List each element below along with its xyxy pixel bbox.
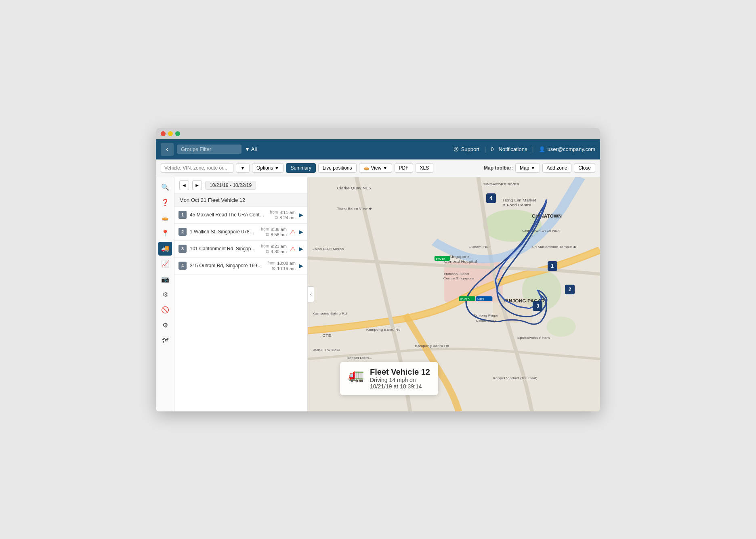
sidebar-item-map-pin[interactable]: 📍: [158, 227, 172, 240]
sidebar-item-block[interactable]: 🚫: [158, 303, 172, 317]
browser-dot-green: [175, 131, 180, 136]
sidebar-item-analytics[interactable]: 🥧: [158, 211, 172, 225]
user-menu[interactable]: 👤 user@company.com: [539, 146, 595, 152]
date-prev-button[interactable]: ◄: [179, 180, 189, 190]
groups-filter-input[interactable]: [177, 145, 242, 154]
trip-number: 2: [178, 228, 187, 236]
sidebar-item-search[interactable]: 🔍: [158, 180, 172, 194]
trip-item-2[interactable]: 2 1 Wallich St, Singapore 078881 from 8:…: [174, 224, 307, 241]
vehicle-info-popup: 🚛 Fleet Vehicle 12 Driving 14 mph on 10/…: [340, 362, 438, 395]
date-nav: ◄ ► 10/21/19 - 10/22/19: [174, 177, 307, 194]
user-icon: 👤: [539, 146, 545, 152]
view-button[interactable]: 🥧 View ▼: [359, 163, 392, 173]
vehicle-status: Driving 14 mph on: [370, 377, 430, 383]
dropdown-arrow-button[interactable]: ▼: [236, 163, 250, 173]
pdf-button[interactable]: PDF: [395, 163, 413, 173]
date-next-button[interactable]: ►: [192, 180, 202, 190]
top-nav: ‹ ▼ All ⦿ Support | 0 Notifications | 👤 …: [156, 139, 600, 159]
map-area[interactable]: Clarke Quay NE5 SINGAPORE RIVER Hong Lim…: [308, 177, 600, 411]
trip-expand-arrow[interactable]: ▶: [299, 262, 303, 269]
support-icon: ⦿: [454, 146, 459, 152]
trip-address: 45 Maxwell Road The URA Centre...: [190, 212, 266, 218]
browser-chrome: [156, 128, 600, 139]
date-range-display: 10/21/19 - 10/22/19: [205, 181, 256, 190]
trip-times: from 10:08 am to 10:19 am: [267, 261, 296, 271]
close-button[interactable]: Close: [574, 163, 595, 173]
trip-number: 3: [178, 245, 187, 253]
truck-icon: 🚛: [348, 367, 364, 383]
add-zone-button[interactable]: Add zone: [542, 163, 572, 173]
sidebar-item-settings[interactable]: ⚙: [158, 288, 172, 302]
browser-window: ‹ ▼ All ⦿ Support | 0 Notifications | 👤 …: [156, 128, 600, 411]
map-marker-1[interactable]: 1: [548, 261, 557, 271]
trip-address: 315 Outram Rd, Singapore 169074: [190, 263, 263, 268]
vehicle-info-text: Fleet Vehicle 12 Driving 14 mph on 10/21…: [370, 367, 430, 390]
main-area: 🔍 ❓ 🥧 📍 🚚 📈 📷 ⚙ 🚫 ⚙ 🗺 ◄ ► 10/21/19 - 10/…: [156, 177, 600, 411]
trip-header-day: Mon Oct 21: [179, 197, 206, 203]
panel-collapse-button[interactable]: ‹: [308, 286, 314, 302]
trip-expand-arrow[interactable]: ▶: [299, 229, 303, 235]
summary-button[interactable]: Summary: [286, 163, 315, 173]
warning-icon: ⚠: [290, 245, 296, 253]
browser-dot-red: [161, 131, 166, 136]
trip-address: 1 Wallich St, Singapore 078881: [190, 229, 257, 235]
trip-number: 1: [178, 211, 187, 219]
trip-item-1[interactable]: 1 45 Maxwell Road The URA Centre... from…: [174, 207, 307, 224]
support-link[interactable]: ⦿ Support: [454, 146, 480, 152]
sidebar-item-chart[interactable]: 📈: [158, 257, 172, 271]
sidebar-item-help[interactable]: ❓: [158, 196, 172, 210]
pie-icon: 🥧: [363, 165, 370, 171]
trip-expand-arrow[interactable]: ▶: [299, 245, 303, 252]
options-button[interactable]: Options ▼: [252, 163, 284, 173]
live-positions-button[interactable]: Live positions: [318, 163, 357, 173]
trip-header-vehicle-name: Fleet Vehicle 12: [208, 197, 246, 203]
xls-button[interactable]: XLS: [416, 163, 434, 173]
map-marker-3[interactable]: 3: [533, 301, 542, 311]
trip-address: 101 Cantonment Rd, Singapore 089774: [190, 246, 257, 252]
sidebar-icons: 🔍 ❓ 🥧 📍 🚚 📈 📷 ⚙ 🚫 ⚙ 🗺: [156, 177, 174, 411]
trip-list: 1 45 Maxwell Road The URA Centre... from…: [174, 207, 307, 411]
vehicle-datetime: 10/21/19 at 10:39:14: [370, 383, 430, 390]
left-panel: ◄ ► 10/21/19 - 10/22/19 Mon Oct 21 Fleet…: [174, 177, 308, 411]
browser-dot-yellow: [168, 131, 173, 136]
trip-header: Mon Oct 21 Fleet Vehicle 12: [174, 194, 307, 207]
nav-separator-2: |: [532, 146, 533, 153]
map-marker-2[interactable]: 2: [565, 285, 575, 294]
map-toolbar-label: Map toolbar:: [484, 165, 513, 171]
sidebar-item-cog[interactable]: ⚙: [158, 319, 172, 332]
warning-icon: ⚠: [290, 228, 296, 236]
trip-expand-arrow[interactable]: ▶: [299, 212, 303, 218]
toolbar: ▼ Options ▼ Summary Live positions 🥧 Vie…: [156, 159, 600, 177]
trip-times: from 8:36 am to 8:58 am: [260, 227, 287, 237]
vehicle-name: Fleet Vehicle 12: [370, 367, 430, 377]
sidebar-item-map[interactable]: 🗺: [158, 334, 172, 348]
trip-item-3[interactable]: 3 101 Cantonment Rd, Singapore 089774 fr…: [174, 241, 307, 258]
map-dropdown-button[interactable]: Map ▼: [515, 163, 540, 173]
trip-times: from 9:21 am to 9:30 am: [260, 244, 287, 254]
back-button[interactable]: ‹: [161, 143, 174, 156]
notifications-link[interactable]: 0 Notifications: [491, 146, 527, 152]
trip-item-4[interactable]: 4 315 Outram Rd, Singapore 169074 from 1…: [174, 258, 307, 275]
search-input[interactable]: [161, 163, 233, 173]
sidebar-item-fleet[interactable]: 🚚: [158, 242, 172, 256]
all-dropdown[interactable]: ▼ All: [245, 146, 257, 152]
trip-times: from 8:11 am to 8:24 am: [269, 210, 296, 220]
map-marker-4[interactable]: 4: [486, 193, 496, 203]
nav-separator-1: |: [484, 146, 486, 153]
trip-number: 4: [178, 262, 187, 270]
sidebar-item-camera[interactable]: 📷: [158, 273, 172, 286]
